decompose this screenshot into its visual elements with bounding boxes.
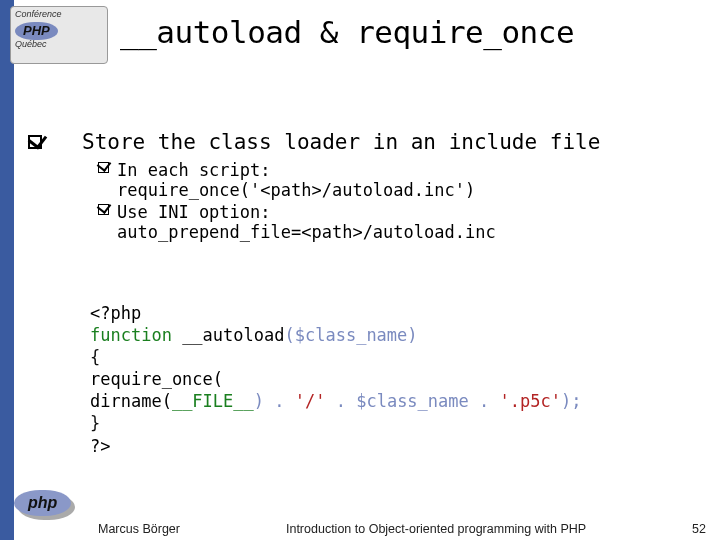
code-str-slash: '/' [295,391,326,411]
code-line-7: ?> [90,435,700,457]
php-logo-bottom: php [14,490,71,516]
checkbox-icon [28,135,42,149]
footer-author: Marcus Börger [98,522,180,536]
code-line-1: <?php [90,302,700,324]
conference-logo-top: Conférence PHP Québec [10,6,108,64]
code-paren-open: ( [284,325,294,345]
php-badge-icon: php [14,490,71,516]
logo-top-line2: Québec [15,40,103,50]
footer-page: 52 [692,522,706,536]
sidebar-stripe [0,0,14,540]
code-fn-name: __autoload [182,325,284,345]
code-end: ); [561,391,581,411]
code-concat-3: . [469,391,500,411]
code-paren-close: ) [407,325,417,345]
sub-bullet-2: Use INI option: auto_prepend_file=<path>… [98,202,700,242]
code-line-3: { [90,346,700,368]
code-dirname: dirname( [90,391,172,411]
sub1-label: In each script: [117,160,271,180]
sub1-code: require_once('<path>/autoload.inc') [117,180,475,200]
php-code-block: <?php function __autoload($class_name) {… [90,302,700,457]
slide-title: __autoload & require_once [120,14,700,50]
code-concat-1: . [264,391,295,411]
footer-title: Introduction to Object-oriented programm… [286,522,586,536]
sub2-code: auto_prepend_file=<path>/autoload.inc [117,222,496,242]
code-line-4: require_once( [90,368,700,390]
slide-content: Store the class loader in an include fil… [28,130,700,457]
code-line-5: dirname(__FILE__) . '/' . $class_name . … [90,390,700,412]
code-line-6: } [90,412,700,434]
code-kw-function: function [90,325,182,345]
logo-top-badge: PHP [15,22,58,40]
sub-bullet-1: In each script: require_once('<path>/aut… [98,160,700,200]
code-concat-2: . [325,391,356,411]
code-str-ext: '.p5c' [500,391,561,411]
code-classname-var: $class_name [356,391,469,411]
code-line-2: function __autoload($class_name) [90,324,700,346]
code-file-const: __FILE__ [172,391,254,411]
code-paren: ) [254,391,264,411]
checkbox-icon [98,204,109,215]
main-point-text: Store the class loader in an include fil… [82,130,600,154]
footer: Marcus Börger Introduction to Object-ori… [98,522,706,536]
checkbox-icon [98,162,109,173]
sub2-label: Use INI option: [117,202,271,222]
code-param: $class_name [295,325,408,345]
logo-top-line1: Conférence [15,10,103,20]
sub-bullets: In each script: require_once('<path>/aut… [98,160,700,242]
main-bullet: Store the class loader in an include fil… [28,130,700,154]
